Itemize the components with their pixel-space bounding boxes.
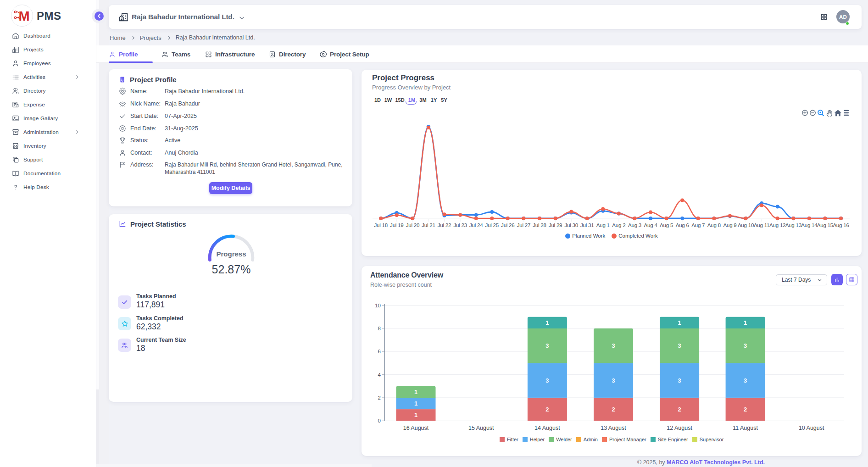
svg-text:3: 3	[744, 342, 747, 349]
svg-text:Jul 18: Jul 18	[374, 222, 387, 228]
svg-text:M: M	[18, 9, 29, 23]
svg-text:3: 3	[678, 377, 681, 384]
svg-text:15 August: 15 August	[468, 425, 494, 431]
svg-text:3: 3	[545, 377, 549, 384]
svg-text:Aug 3: Aug 3	[628, 222, 641, 228]
svg-text:1: 1	[414, 400, 417, 407]
svg-text:Jul 25: Jul 25	[485, 222, 499, 228]
svg-text:Aug 5: Aug 5	[660, 222, 673, 228]
svg-text:2: 2	[744, 406, 747, 413]
svg-text:Jul 20: Jul 20	[406, 222, 419, 228]
svg-text:Aug 15: Aug 15	[817, 222, 833, 228]
svg-text:Aug 14: Aug 14	[801, 222, 818, 228]
svg-text:Jul 27: Jul 27	[517, 222, 530, 228]
svg-text:8: 8	[378, 326, 381, 331]
svg-text:1: 1	[545, 319, 549, 326]
svg-text:Aug 2: Aug 2	[612, 222, 625, 228]
svg-text:2: 2	[612, 406, 615, 413]
svg-text:3: 3	[612, 377, 615, 384]
svg-text:3: 3	[744, 377, 747, 384]
svg-text:10: 10	[375, 303, 381, 308]
svg-text:Aug 9: Aug 9	[723, 222, 736, 228]
svg-text:0: 0	[378, 418, 381, 423]
svg-text:11 August: 11 August	[733, 425, 758, 431]
svg-text:Aug 4: Aug 4	[644, 222, 658, 228]
svg-text:Jul 24: Jul 24	[469, 222, 483, 228]
svg-text:Aug 12: Aug 12	[769, 222, 785, 228]
svg-text:14 August: 14 August	[534, 425, 560, 431]
svg-text:10 August: 10 August	[799, 425, 824, 431]
svg-text:Aug 16: Aug 16	[833, 222, 849, 228]
svg-text:Aug 13: Aug 13	[785, 222, 801, 228]
svg-text:Jul 29: Jul 29	[549, 222, 562, 228]
svg-text:Aug 10: Aug 10	[738, 222, 754, 228]
svg-text:1: 1	[414, 389, 417, 395]
svg-text:Aug 7: Aug 7	[691, 222, 705, 228]
svg-text:Jul 30: Jul 30	[564, 222, 578, 228]
svg-text:3: 3	[678, 342, 681, 349]
svg-text:16 August: 16 August	[403, 425, 429, 431]
svg-text:Jul 23: Jul 23	[453, 222, 467, 228]
svg-text:12 August: 12 August	[667, 425, 692, 431]
svg-text:4: 4	[378, 372, 381, 378]
svg-text:6: 6	[378, 349, 381, 354]
svg-text:Aug 11: Aug 11	[754, 222, 769, 228]
svg-text:Jul 28: Jul 28	[533, 222, 546, 228]
svg-text:3: 3	[612, 342, 615, 349]
svg-text:2: 2	[545, 406, 549, 413]
svg-text:Aug 6: Aug 6	[676, 222, 689, 228]
svg-text:Jul 31: Jul 31	[580, 222, 594, 228]
svg-text:13 August: 13 August	[601, 425, 626, 431]
svg-text:3: 3	[545, 342, 549, 349]
svg-text:Jul 19: Jul 19	[390, 222, 403, 228]
svg-text:2: 2	[378, 395, 381, 400]
svg-text:Aug 1: Aug 1	[596, 222, 610, 228]
svg-text:Jul 26: Jul 26	[501, 222, 514, 228]
svg-text:Jul 21: Jul 21	[422, 222, 435, 228]
svg-text:Aug 8: Aug 8	[707, 222, 721, 228]
svg-text:1: 1	[744, 319, 747, 326]
svg-text:1: 1	[414, 411, 417, 418]
svg-text:2: 2	[678, 406, 681, 413]
svg-text:1: 1	[678, 319, 681, 326]
svg-text:Jul 22: Jul 22	[438, 222, 451, 228]
